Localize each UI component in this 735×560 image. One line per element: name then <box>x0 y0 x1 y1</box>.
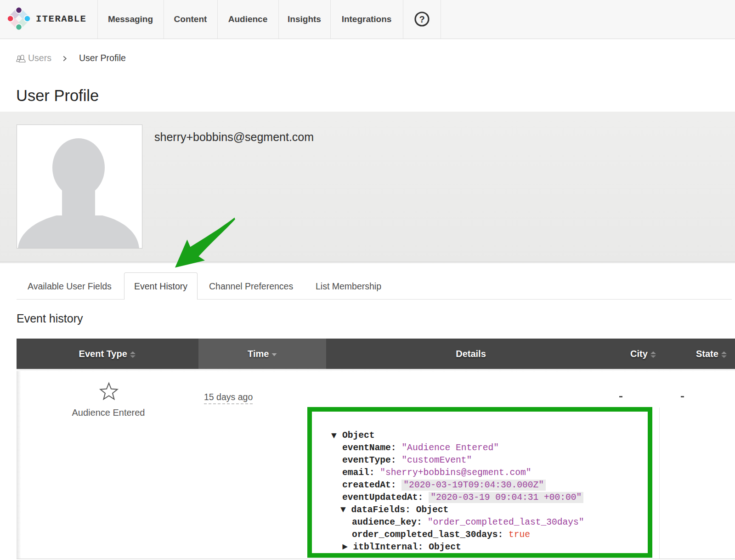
svg-text:?: ? <box>419 14 424 24</box>
